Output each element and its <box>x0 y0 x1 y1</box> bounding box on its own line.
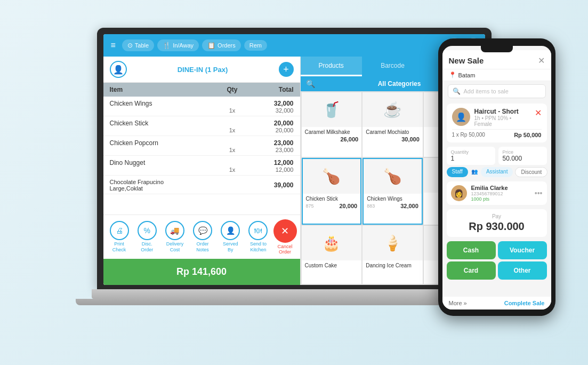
topbar-orders-btn[interactable]: 📋 Orders <box>202 39 241 51</box>
product-price: 20,000 <box>340 203 358 209</box>
item-price: 23,000 <box>251 147 294 153</box>
other-button[interactable]: Other <box>498 261 547 280</box>
topbar-rem-btn[interactable]: Rem <box>244 40 267 51</box>
item-total: 32,000 <box>251 100 294 107</box>
orders-icon: 📋 <box>207 42 215 49</box>
cash-button[interactable]: Cash <box>447 241 496 259</box>
table-row[interactable]: Chicken Wings 32,000 1x 32,000 <box>103 97 300 116</box>
add-order-button[interactable]: + <box>279 62 294 77</box>
phone-staff-row: Staff 👥 Assistant Discount <box>442 165 551 179</box>
print-icon: 🖨 <box>110 221 129 240</box>
product-image: 🍗 <box>303 159 361 194</box>
delivery-cost-button[interactable]: 🚚 DeliveryCost <box>162 221 188 253</box>
product-id: 875 <box>306 203 314 209</box>
disc-order-label: Disc.Order <box>141 241 153 253</box>
phone-notch <box>481 46 513 52</box>
phone-device: New Sale ✕ 📍 Batam 🔍 Add items to sale 👤… <box>438 38 555 316</box>
phone-item-card: 👤 Haircut - Short 1h • PPN 10% • Female … <box>447 104 547 142</box>
table-header: Item Qty Total <box>103 83 300 97</box>
item-qty: 1x <box>214 107 251 114</box>
price-value[interactable]: 50.000 <box>503 155 543 162</box>
phone-price-field: Price 50.000 <box>498 147 547 165</box>
product-image: 🍦 <box>363 226 423 260</box>
product-image: 🥤 <box>302 92 362 127</box>
complete-sale-button[interactable]: Complete Sale <box>504 300 545 306</box>
product-price: 26,000 <box>341 136 359 142</box>
assistant-icon: 👥 <box>470 167 479 177</box>
phone-customer-card[interactable]: 👩 Emilia Clarke 123456789012 1000 pts ••… <box>447 181 547 205</box>
discount-icon: % <box>138 221 157 240</box>
list-item[interactable]: 🍗 Chicken Stick 875 20,000 <box>302 158 362 225</box>
quantity-value[interactable]: 1 <box>451 155 491 162</box>
user-avatar[interactable]: 👤 <box>110 61 127 78</box>
phone-item-total: Rp 50,000 <box>514 132 541 138</box>
item-total: 20,000 <box>251 120 294 127</box>
order-notes-label: OrderNotes <box>196 241 209 253</box>
table-row[interactable]: Chicken Popcorn 23,000 1x 23,000 <box>103 136 300 156</box>
product-name: Caramel Mochiato <box>366 129 420 135</box>
product-id: 883 <box>367 203 375 209</box>
phone-item-qty-price: 1 x Rp 50,000 <box>452 132 485 138</box>
table-icon: ⊙ <box>127 42 133 49</box>
price-label: Price <box>503 149 543 155</box>
list-item[interactable]: 🍦 Dancing Ice Cream <box>363 226 423 284</box>
topbar-inaway-btn[interactable]: 🍴 In/Away <box>157 39 199 51</box>
list-item[interactable]: 🥤 Caramel Milkshake 26,000 <box>302 92 362 157</box>
phone-screen: New Sale ✕ 📍 Batam 🔍 Add items to sale 👤… <box>442 46 551 310</box>
order-notes-button[interactable]: 💬 OrderNotes <box>190 221 215 253</box>
card-button[interactable]: Card <box>447 261 496 280</box>
print-check-button[interactable]: 🖨 PrintCheck <box>107 221 132 253</box>
table-row[interactable]: Chicken Stick 20,000 1x 20,000 <box>103 116 300 136</box>
item-total: 23,000 <box>251 139 294 147</box>
item-name: Chicken Stick <box>110 120 214 127</box>
customer-more-icon[interactable]: ••• <box>535 189 543 197</box>
notes-icon: 💬 <box>193 221 212 240</box>
order-panel: 👤 DINE-IN (1 Pax) + Item Qty Total <box>103 57 301 285</box>
list-item[interactable]: ☕ Caramel Mochiato 30,000 <box>363 92 423 157</box>
send-kitchen-button[interactable]: 🍽 Send toKitchen <box>245 221 271 253</box>
search-icon: 🔍 <box>306 80 315 88</box>
customer-name: Emilia Clarke <box>471 185 530 191</box>
product-name: Chicken Wings <box>367 196 418 202</box>
served-by-button[interactable]: 👤 ServedBy <box>218 221 243 253</box>
phone-search-placeholder: Add items to sale <box>464 88 509 94</box>
phone-item-remove-button[interactable]: ✕ <box>535 108 542 118</box>
phone-payment-buttons-2: Card Other <box>442 261 551 280</box>
item-total: 12,000 <box>251 159 294 166</box>
assistant-button[interactable]: Assistant <box>481 167 513 177</box>
phone-pay-section: Pay Rp 930.000 <box>447 209 547 237</box>
table-row[interactable]: Chocolate FrapucinoLarge,Coklat 39,000 <box>103 176 300 194</box>
cancel-label: CancelOrder <box>278 244 293 255</box>
order-table: Chicken Wings 32,000 1x 32,000 <box>103 97 300 215</box>
staff-button[interactable]: Staff <box>447 167 468 177</box>
cancel-order-button[interactable]: ✕ <box>273 219 297 243</box>
pay-amount: Rp 930.000 <box>451 220 543 233</box>
list-item[interactable]: 🍗 Chicken Wings 883 32,000 <box>363 158 423 225</box>
topbar-table-btn[interactable]: ⊙ Table <box>122 39 154 51</box>
phone-search-icon: 🔍 <box>453 88 461 95</box>
menu-icon[interactable]: ≡ <box>108 38 119 52</box>
product-price: 30,000 <box>401 136 420 142</box>
phone-item-info: Haircut - Short 1h • PPN 10% • Female <box>474 108 530 127</box>
list-item[interactable]: 🎂 Custom Cake <box>302 226 362 284</box>
more-button[interactable]: More » <box>449 300 467 306</box>
discount-button[interactable]: Discount <box>515 167 547 177</box>
voucher-button[interactable]: Voucher <box>498 241 547 259</box>
item-qty: 1x <box>214 147 251 153</box>
tab-barcode[interactable]: Barcode <box>362 57 423 76</box>
phone-close-button[interactable]: ✕ <box>538 55 545 66</box>
disc-order-button[interactable]: % Disc.Order <box>134 221 160 253</box>
product-image: ☕ <box>363 92 423 127</box>
kitchen-icon: 🍽 <box>248 221 268 240</box>
delivery-label: DeliveryCost <box>166 241 184 253</box>
tab-products[interactable]: Products <box>301 57 362 76</box>
fork-icon: 🍴 <box>163 42 171 49</box>
table-row[interactable]: Dino Nugget 12,000 1x 12,000 <box>103 156 300 176</box>
customer-avatar: 👩 <box>451 185 467 201</box>
order-total[interactable]: Rp 141,600 <box>103 259 300 285</box>
product-name: Dancing Ice Cream <box>366 263 420 268</box>
phone-quantity-field: Quantity 1 <box>447 147 495 165</box>
phone-search-bar[interactable]: 🔍 Add items to sale <box>448 84 546 98</box>
topbar: ≡ ⊙ Table 🍴 In/Away 📋 Orders Rem <box>103 34 485 57</box>
send-kitchen-label: Send toKitchen <box>250 241 267 253</box>
